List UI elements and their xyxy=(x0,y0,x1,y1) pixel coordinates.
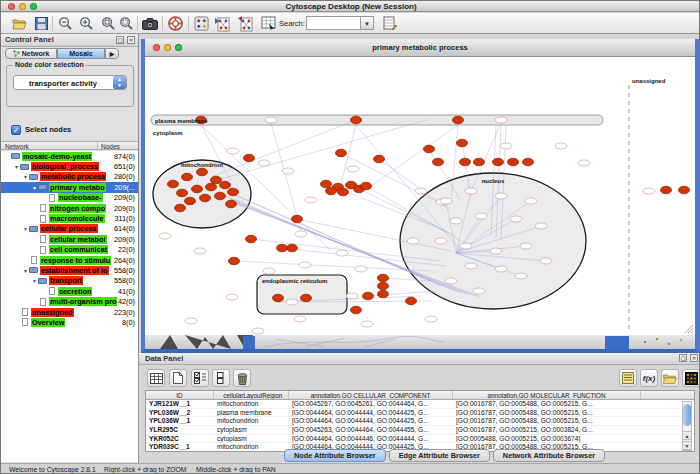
network-window-titlebar[interactable]: primary metabolic process xyxy=(145,39,695,57)
import-attributes-icon[interactable] xyxy=(661,369,679,387)
gene-node[interactable] xyxy=(305,197,317,203)
close-panel-icon[interactable]: ✕ xyxy=(127,36,135,44)
gene-node-selected[interactable] xyxy=(211,176,222,184)
gene-node-selected[interactable] xyxy=(226,200,237,208)
gene-node[interactable] xyxy=(295,231,307,237)
gene-node[interactable] xyxy=(227,148,239,154)
save-icon[interactable] xyxy=(33,15,50,32)
tree-row[interactable]: cellular metabol209(0) xyxy=(1,234,138,244)
gene-node-selected[interactable] xyxy=(424,145,435,153)
plasma-membrane-region[interactable] xyxy=(151,115,603,125)
search-dropdown-button[interactable]: ▼ xyxy=(361,16,374,30)
gene-node-selected[interactable] xyxy=(301,294,312,302)
gene-node[interactable] xyxy=(495,266,507,272)
tree-row[interactable]: mosaic-demo-yeast874(0) xyxy=(1,151,138,161)
gene-node[interactable] xyxy=(346,293,358,299)
gene-node-selected[interactable] xyxy=(287,244,298,252)
gene-node-selected[interactable] xyxy=(374,155,385,163)
gene-node[interactable] xyxy=(282,168,294,174)
network-edge[interactable] xyxy=(371,125,458,186)
gene-node-selected[interactable] xyxy=(523,158,534,166)
zoom-in-icon[interactable] xyxy=(78,15,95,32)
show-selected-network-icon[interactable] xyxy=(237,15,254,32)
gene-node-selected[interactable] xyxy=(229,257,240,265)
tree-row[interactable]: response to stimulu264(0) xyxy=(1,255,138,265)
tree-row[interactable]: ▾transport558(0) xyxy=(1,276,138,286)
gene-node-selected[interactable] xyxy=(351,116,362,124)
expand-arrow-icon[interactable]: ▾ xyxy=(22,173,29,180)
zoom-fit-icon[interactable] xyxy=(100,15,117,32)
node-color-combobox[interactable]: transporter activity ▲▼ xyxy=(13,75,127,90)
gene-node-selected[interactable] xyxy=(493,158,504,166)
gene-node-selected[interactable] xyxy=(177,189,188,197)
tree-row[interactable]: secretion41(0) xyxy=(1,286,138,296)
tree-row[interactable]: unassigned223(0) xyxy=(1,307,138,317)
gene-node-selected[interactable] xyxy=(378,282,389,290)
column-header[interactable]: _cellularLayoutRegion xyxy=(214,391,289,399)
gene-node-selected[interactable] xyxy=(206,183,217,191)
gene-node-selected[interactable] xyxy=(182,173,193,181)
gene-node[interactable] xyxy=(510,216,522,222)
gene-node-selected[interactable] xyxy=(192,185,203,193)
gene-node-selected[interactable] xyxy=(228,188,239,196)
network-edge[interactable] xyxy=(341,153,446,206)
gene-node[interactable] xyxy=(500,143,512,149)
gene-node[interactable] xyxy=(535,223,547,229)
gene-node[interactable] xyxy=(450,218,462,224)
gene-node-selected[interactable] xyxy=(175,204,186,212)
help-lifering-icon[interactable] xyxy=(167,15,184,32)
gene-node[interactable] xyxy=(347,166,359,172)
scroll-up-icon[interactable]: ▲ xyxy=(682,431,692,440)
table-row[interactable]: YKR052Ccytoplasm[GO:0044464, GO:0044446,… xyxy=(146,435,694,444)
gene-node[interactable] xyxy=(465,188,477,194)
search-input[interactable] xyxy=(306,16,361,30)
snapshot-camera-icon[interactable] xyxy=(141,15,158,32)
gene-node-selected[interactable] xyxy=(433,158,444,166)
network-canvas[interactable]: plasma membranecytoplasmmitochondrionnuc… xyxy=(145,57,695,335)
tab-overflow-button[interactable]: ▶ xyxy=(105,48,119,59)
gene-node[interactable] xyxy=(435,238,447,244)
gene-node[interactable] xyxy=(515,273,527,279)
float-panel-icon[interactable]: ▢ xyxy=(116,36,124,44)
gene-node[interactable] xyxy=(520,243,532,249)
gene-node[interactable] xyxy=(252,328,264,334)
gene-node-selected[interactable] xyxy=(326,187,337,195)
gene-node[interactable] xyxy=(415,188,427,194)
gene-node-selected[interactable] xyxy=(246,235,257,243)
attribute-table-icon[interactable] xyxy=(147,369,165,387)
close-data-panel-icon[interactable]: ✕ xyxy=(690,354,698,362)
expand-arrow-icon[interactable]: ▾ xyxy=(22,225,29,232)
gene-node[interactable] xyxy=(286,299,298,305)
expand-arrow-icon[interactable]: ▾ xyxy=(31,277,38,284)
tree-row[interactable]: nucleobase-209(0) xyxy=(1,193,138,203)
unselect-attributes-icon[interactable] xyxy=(212,369,230,387)
gene-node[interactable] xyxy=(265,117,277,123)
gene-node-selected[interactable] xyxy=(292,215,303,223)
gene-node[interactable] xyxy=(440,198,452,204)
gene-node[interactable] xyxy=(159,233,171,239)
scroll-down-icon[interactable]: ▼ xyxy=(682,441,692,450)
gene-node[interactable] xyxy=(185,318,197,324)
tree-row[interactable]: cell communicat22(0) xyxy=(1,245,138,255)
open-folder-icon[interactable] xyxy=(11,15,28,32)
gene-node-selected[interactable] xyxy=(215,192,226,200)
gene-node-selected[interactable] xyxy=(273,294,284,302)
gene-node[interactable] xyxy=(473,288,485,294)
import-table-icon[interactable] xyxy=(260,15,277,32)
gene-node[interactable] xyxy=(643,188,655,194)
network-edge[interactable] xyxy=(271,123,301,231)
tree-row[interactable]: ▾metabolic process280(0) xyxy=(1,172,138,182)
gene-node[interactable] xyxy=(361,321,373,327)
gene-node[interactable] xyxy=(226,294,238,300)
attribute-matrix-icon[interactable] xyxy=(682,369,700,387)
resize-grip-icon[interactable] xyxy=(685,325,693,333)
new-attribute-icon[interactable] xyxy=(169,369,187,387)
gene-node[interactable] xyxy=(263,268,275,274)
gene-node-selected[interactable] xyxy=(457,139,468,147)
gene-node[interactable] xyxy=(407,238,419,244)
gene-node-selected[interactable] xyxy=(460,158,471,166)
gene-node[interactable] xyxy=(475,213,487,219)
hide-selected-network-icon[interactable] xyxy=(214,15,231,32)
gene-node[interactable] xyxy=(495,193,507,199)
tree-row[interactable]: nitrogen compo209(0) xyxy=(1,203,138,213)
